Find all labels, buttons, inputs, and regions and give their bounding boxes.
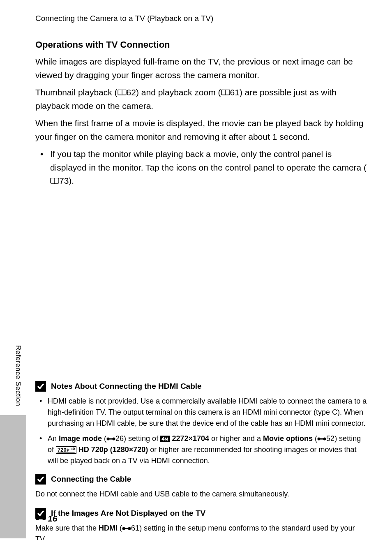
- text-segment: Make sure that the: [35, 524, 99, 532]
- book-icon: [118, 90, 127, 96]
- page-ref: 73: [59, 176, 69, 185]
- svg-point-11: [42, 517, 46, 520]
- text-segment: or higher and a: [209, 434, 263, 443]
- text-segment: ).: [69, 176, 74, 185]
- page-ref: 61: [131, 524, 139, 532]
- text-segment: If you tap the monitor while playing bac…: [50, 149, 367, 172]
- bold-label: Image mode: [59, 434, 102, 443]
- check-icon: [35, 474, 46, 485]
- list-item: An Image mode (26) setting of 4ᴍ 2272×17…: [35, 433, 367, 466]
- reference-icon: [122, 526, 131, 531]
- body-paragraph-2: Thumbnail playback (62) and playback zoo…: [35, 86, 367, 113]
- notes-block: Notes About Connecting the HDMI Cable HD…: [35, 381, 367, 540]
- note-heading: If the Images Are Not Displayed on the T…: [51, 509, 205, 518]
- check-icon: [35, 381, 46, 392]
- note-heading: Notes About Connecting the HDMI Cable: [51, 382, 202, 391]
- book-icon: [50, 178, 59, 185]
- note-heading-row: Notes About Connecting the HDMI Cable: [35, 381, 367, 392]
- note-heading-row: Connecting the Cable: [35, 474, 367, 485]
- note-paragraph: Make sure that the HDMI (61) setting in …: [35, 523, 367, 540]
- page-ref: 62: [127, 88, 136, 97]
- page-header-title: Connecting the Camera to a TV (Playback …: [35, 14, 367, 23]
- side-tab: [0, 415, 26, 538]
- body-paragraph-3: When the first frame of a movie is displ…: [35, 117, 367, 143]
- bold-label: HDMI: [99, 524, 118, 532]
- main-bullet-list: If you tap the monitor while playing bac…: [35, 148, 367, 188]
- bold-label: HD 720p (1280×720): [78, 445, 148, 454]
- body-paragraph-1: While images are displayed full-frame on…: [35, 55, 367, 82]
- section-heading: Operations with TV Connection: [35, 39, 367, 50]
- svg-point-8: [128, 527, 131, 530]
- text-segment: ) setting of: [124, 434, 160, 443]
- text-segment: An: [48, 434, 59, 443]
- svg-point-2: [113, 437, 115, 440]
- page-ref: 61: [230, 88, 240, 97]
- bold-label: 2272×1704: [172, 434, 209, 443]
- mode-badge: 4ᴍ: [160, 436, 170, 442]
- svg-point-5: [323, 437, 326, 440]
- side-section-label: Reference Section: [14, 345, 22, 406]
- page-content: Connecting the Camera to a TV (Playback …: [0, 0, 392, 540]
- page-number: 16: [35, 514, 57, 524]
- reference-icon: [106, 436, 115, 441]
- note-paragraph: Do not connect the HDMI cable and USB ca…: [35, 489, 367, 500]
- text-segment: ) and playback zoom (: [136, 88, 221, 97]
- text-segment: Thumbnail playback (: [35, 88, 118, 97]
- list-item: HDMI cable is not provided. Use a commer…: [35, 396, 367, 429]
- bold-label: Movie options: [263, 434, 313, 443]
- resolution-badge: 720ᴘ ³⁰: [56, 446, 76, 454]
- book-icon: [221, 90, 230, 96]
- note-heading: Connecting the Cable: [51, 475, 131, 484]
- reference-icon: [317, 436, 326, 441]
- page-number-text: 16: [48, 514, 57, 524]
- list-item: If you tap the monitor while playing bac…: [35, 148, 367, 188]
- note-list: HDMI cable is not provided. Use a commer…: [35, 396, 367, 466]
- page-ref: 52: [326, 434, 334, 443]
- note-heading-row: If the Images Are Not Displayed on the T…: [35, 508, 367, 519]
- page-ref: 26: [115, 434, 124, 443]
- reference-icon: [35, 516, 46, 522]
